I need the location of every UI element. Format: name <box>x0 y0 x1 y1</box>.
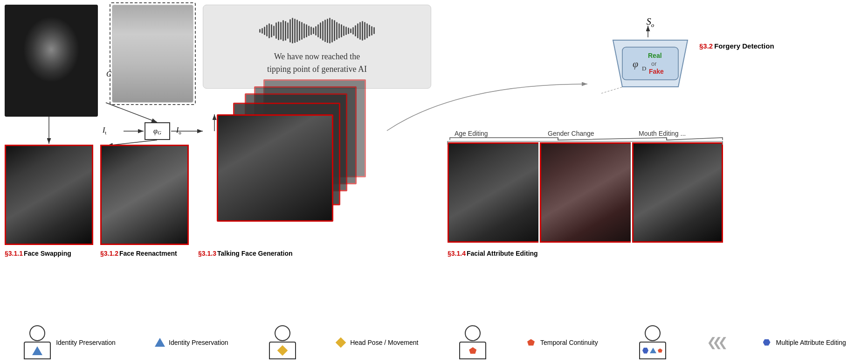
pentagon-orange-legend <box>527 339 535 346</box>
person-icon-temporal <box>458 325 488 359</box>
output-sequence <box>207 79 441 238</box>
head-headpose <box>275 325 290 341</box>
pentagon-orange <box>469 347 476 354</box>
output-frame-main <box>217 114 333 222</box>
hexagon-blue-legend <box>763 339 771 346</box>
section-311-label: §3.1.1 Face Swapping <box>5 250 71 257</box>
label-io: Io <box>176 126 181 135</box>
body-headpose <box>269 342 296 359</box>
forgery-detection-area: So φ D Real or Fake <box>604 16 697 91</box>
head-temporal <box>465 325 481 341</box>
head-pose-label: Head Pose / Movement <box>350 339 418 346</box>
face-swapping-result <box>5 145 93 245</box>
diamond-yellow <box>277 345 288 356</box>
body-multiple <box>639 342 666 359</box>
section-313-label: §3.1.3 Talking Face Generation <box>198 250 293 257</box>
svg-text:Fake: Fake <box>649 68 664 75</box>
speech-text: We have now reached the tipping point of… <box>267 50 367 76</box>
gender-change-label: Gender Change <box>548 130 594 137</box>
legend-diamond-symbol: Head Pose / Movement <box>337 339 418 346</box>
main-container: C We have now reached the tipping point … <box>0 0 868 364</box>
body-temporal <box>459 342 486 359</box>
legend-hexagon-symbol: Multiple Attribute Editing <box>763 339 846 346</box>
triangle-blue <box>32 346 42 355</box>
legend-temporal <box>458 325 488 359</box>
pentagon-small <box>658 349 662 353</box>
mouth-editing-label: Mouth Editing ... <box>639 130 686 137</box>
identity-label: Identity Preservation <box>169 339 228 346</box>
legend-identity: Identity Preservation <box>22 325 116 359</box>
svg-text:φ: φ <box>633 58 638 70</box>
speech-bubble: We have now reached the tipping point of… <box>203 5 431 89</box>
legend-pentagon-symbol: Temporal Continuity <box>527 339 598 346</box>
head-identity <box>29 325 45 341</box>
section-314-label: §3.1.4 Facial Attribute Editing <box>448 250 538 257</box>
svg-text:Real: Real <box>648 52 662 59</box>
mouth-editing-face <box>632 142 723 243</box>
age-editing-label: Age Editing <box>455 130 488 137</box>
svg-line-5 <box>106 103 157 122</box>
body-identity <box>24 342 51 359</box>
face-reenactment-result <box>100 145 189 245</box>
person-icon-headpose <box>268 325 298 359</box>
triangle-blue-small <box>650 348 656 353</box>
diamond-yellow-legend <box>336 337 346 348</box>
multiple-attribute-label: Multiple Attribute Editing <box>776 339 846 346</box>
svg-text:D: D <box>642 65 646 72</box>
section-312-label: §3.1.2 Face Reenactment <box>100 250 177 257</box>
brace-svg <box>445 138 725 147</box>
legend-triangle-symbol: Identity Preservation <box>155 338 228 347</box>
legend-headpose <box>268 325 298 359</box>
generator-box: φG <box>145 122 170 140</box>
hexagon-blue <box>642 348 648 354</box>
label-it: It <box>103 126 106 135</box>
target-face <box>112 5 193 103</box>
label-c: C <box>106 70 111 78</box>
identity-preservation-label: Identity Preservation <box>56 339 116 346</box>
head-multiple <box>645 325 661 341</box>
audio-waveform <box>259 18 375 43</box>
age-editing-face <box>448 142 538 243</box>
person-icon-multiple <box>637 325 668 359</box>
svg-text:or: or <box>651 60 657 67</box>
temporal-continuity-label: Temporal Continuity <box>540 339 598 346</box>
section-32-label: §3.2 Forgery Detection <box>699 42 774 50</box>
source-face-image <box>5 5 98 117</box>
chevron-arrows: ❮❮❮ <box>707 335 723 350</box>
so-label: So <box>647 16 654 29</box>
legend-multiple <box>637 325 668 359</box>
triangle-blue-legend <box>155 338 165 347</box>
legend: Identity Preservation Identity Preservat… <box>5 325 863 359</box>
source-face <box>5 5 98 117</box>
detector-svg: φ D Real or Fake <box>604 31 697 91</box>
target-face-image <box>112 5 193 102</box>
gender-change-face <box>540 142 631 243</box>
person-icon-identity <box>22 325 52 359</box>
